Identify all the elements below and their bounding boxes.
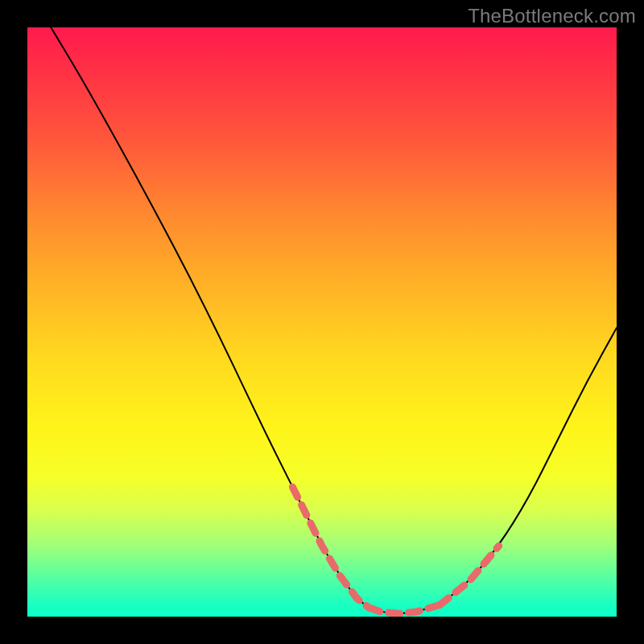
- curve-path: [51, 27, 617, 613]
- highlight-dashes: [292, 487, 498, 613]
- chart-svg: [27, 27, 617, 617]
- highlight-segment-0: [292, 487, 369, 608]
- watermark-text: TheBottleneck.com: [468, 5, 636, 27]
- outer-frame: TheBottleneck.com: [0, 0, 644, 644]
- bottleneck-curve: [51, 27, 617, 613]
- highlight-segment-2: [440, 546, 498, 605]
